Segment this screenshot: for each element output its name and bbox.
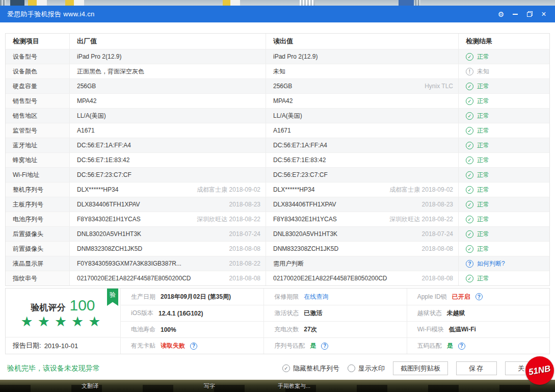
show-watermark-checkbox[interactable]: 显示水印 (348, 364, 385, 373)
table-row: 指纹串号 02170020E2E1A822F44587E8050200CD201… (6, 271, 549, 285)
table-row: 主板序列号 DLX834406TFH1XPAV2018-08-23 DLX834… (6, 197, 549, 212)
result-text: 正常 (477, 171, 489, 179)
51nb-logo: 51NB (525, 356, 554, 385)
row-label: 销售地区 (6, 109, 69, 123)
read-value: LL/A(美国) (273, 112, 302, 120)
table-row: 整机序列号 DLX******HP34成都富士康 2018-09-02 DLX*… (6, 182, 549, 197)
factory-extra: 2018-08-23 (225, 201, 260, 208)
hide-serial-label: 隐藏整机序列号 (293, 364, 339, 373)
help-question-icon[interactable] (190, 343, 197, 350)
hide-serial-checkbox[interactable]: 隐藏整机序列号 (282, 364, 339, 373)
result-text: 正常 (477, 186, 489, 194)
summary-grid: 生产日期2018年09月02日 (第35周) 保修期限在线查询 Apple ID… (121, 289, 549, 354)
factory-value: 02170020E2E1A822F44587E8050200CD (77, 275, 191, 282)
score-value: 100 (69, 297, 95, 314)
question-circle-icon (466, 260, 473, 268)
result-text: 正常 (477, 274, 489, 283)
read-value: DC:56:E7:23:C7:CF (273, 171, 328, 178)
check-circle-icon (466, 53, 473, 61)
result-text: 正常 (477, 245, 489, 253)
save-button[interactable]: 保存 (456, 361, 497, 375)
row-label: 蓝牙地址 (6, 138, 69, 152)
row-label: 指纹串号 (6, 271, 69, 285)
table-row: 设备型号 iPad Pro 2(12.9) iPad Pro 2(12.9) 正… (6, 49, 549, 64)
row-label: 销售型号 (6, 94, 69, 108)
minimize-button[interactable] (509, 9, 521, 20)
screenshot-to-clipboard-button[interactable]: 截图到剪贴板 (393, 361, 448, 375)
factory-value: iPad Pro 2(12.9) (77, 53, 121, 60)
header-read: 读出值 (266, 34, 458, 49)
table-row: Wi-Fi地址 DC:56:E7:23:C7:CF DC:56:E7:23:C7… (6, 167, 549, 182)
result-text: 正常 (477, 200, 489, 209)
check-circle-icon (466, 275, 473, 282)
how-to-judge-link[interactable]: 如何判断? (477, 259, 505, 268)
summary-cell-jailbreak: 越狱状态未越狱 (407, 305, 549, 321)
background-window-edge (0, 0, 6, 6)
read-value: DLX834406TFH1XPAV (273, 201, 336, 208)
table-row: 液晶显示屏 F0Y83430593GXM7A3K83IGB387R...2018… (6, 256, 549, 271)
background-desktop-strip (0, 0, 555, 6)
help-question-icon[interactable] (458, 343, 465, 350)
help-question-icon[interactable] (475, 293, 483, 300)
result-text: 正常 (477, 97, 489, 106)
row-label: 电池序列号 (6, 212, 69, 226)
result-text: 正常 (477, 82, 489, 91)
summary-cell-sim-sticker: 有无卡贴读取失败 (121, 337, 263, 354)
summary-cell-activation: 激活状态已激活 (263, 305, 406, 321)
five-stars-icon: ★★★★★ (20, 315, 105, 329)
check-circle-icon (466, 171, 473, 179)
window-controls: ⚙ × (495, 9, 555, 20)
factory-value: DNL83020A5VH1HT3K (77, 230, 141, 238)
row-label: 蜂窝地址 (6, 153, 69, 167)
summary-cell-ios-version: iOS版本12.4.1 (16G102) (121, 305, 263, 321)
summary-cell-battery-life: 电池寿命100% (121, 321, 263, 337)
factory-value: DLX834406TFH1XPAV (77, 201, 140, 208)
summary-cell-warranty: 保修期限在线查询 (263, 289, 406, 305)
check-circle-icon (466, 97, 473, 105)
desktop-icon-label: 文翻译 (82, 382, 98, 390)
table-row: 监管型号 A1671 A1671 正常 (6, 123, 549, 138)
verification-status-text: 验机完毕，该设备未发现异常 (0, 364, 100, 373)
factory-value: MPA42 (77, 97, 96, 104)
row-label: Wi-Fi地址 (6, 168, 69, 182)
read-extra: 成都富士康 2018-09-02 (385, 186, 453, 194)
result-text: 正常 (477, 230, 489, 239)
row-label: 设备颜色 (6, 64, 69, 79)
factory-value: DNM832308ZCH1JK5D (77, 245, 142, 252)
online-query-link[interactable]: 在线查询 (304, 293, 328, 301)
factory-value: F0Y83430593GXM7A3K83IGB387R... (77, 260, 181, 267)
result-text: 正常 (477, 112, 489, 120)
check-circle-icon (466, 112, 473, 120)
close-button[interactable]: × (538, 9, 550, 20)
check-circle-icon (466, 216, 473, 223)
row-label: 整机序列号 (6, 182, 69, 197)
read-value: F8Y834302E1H1YCAS (273, 216, 337, 223)
table-row: 蓝牙地址 DC:56:E7:1A:FF:A4 DC:56:E7:1A:FF:A4… (6, 138, 549, 152)
read-value: 256GB (273, 83, 292, 90)
result-text: 正常 (477, 141, 489, 150)
minimize-icon (513, 14, 518, 15)
row-label: 硬盘容量 (6, 79, 69, 93)
read-value: DNL83020A5VH1HT3K (273, 230, 337, 238)
table-row: 电池序列号 F8Y834302E1H1YCAS深圳欣旺达 2018-08-22 … (6, 212, 549, 226)
help-question-icon[interactable] (321, 343, 328, 350)
restore-icon (527, 11, 533, 17)
row-label: 前置摄像头 (6, 242, 69, 256)
background-desktop-bottom-strip: 文翻译 写字 手期教案与... (0, 380, 555, 392)
detection-table: 检测项目 出厂值 读出值 检测结果 设备型号 iPad Pro 2(12.9) … (5, 33, 550, 286)
score-label: 验机评分 (31, 302, 65, 313)
background-doc-thumbnail (28, 0, 47, 6)
maximize-button[interactable] (523, 9, 536, 20)
background-photo-thumbnail (10, 0, 24, 6)
factory-value: F8Y834302E1H1YCAS (77, 216, 141, 223)
row-label: 后置摄像头 (6, 227, 69, 241)
read-value: MPA42 (273, 97, 293, 104)
screen: 爱思助手验机报告 www.i4.cn ⚙ × 检测项目 出厂值 读出值 检测结果… (0, 0, 555, 392)
window-title: 爱思助手验机报告 www.i4.cn (0, 10, 95, 19)
factory-value: DC:56:E7:1E:83:42 (77, 156, 129, 164)
settings-gear-icon[interactable]: ⚙ (495, 9, 507, 20)
footer-bar: 验机完毕，该设备未发现异常 隐藏整机序列号 显示水印 截图到剪贴板 保存 关闭 (0, 357, 555, 380)
factory-extra: 2018-08-22 (225, 260, 260, 267)
desktop-icon-label: 写字 (204, 382, 215, 390)
check-circle-icon (466, 83, 473, 90)
